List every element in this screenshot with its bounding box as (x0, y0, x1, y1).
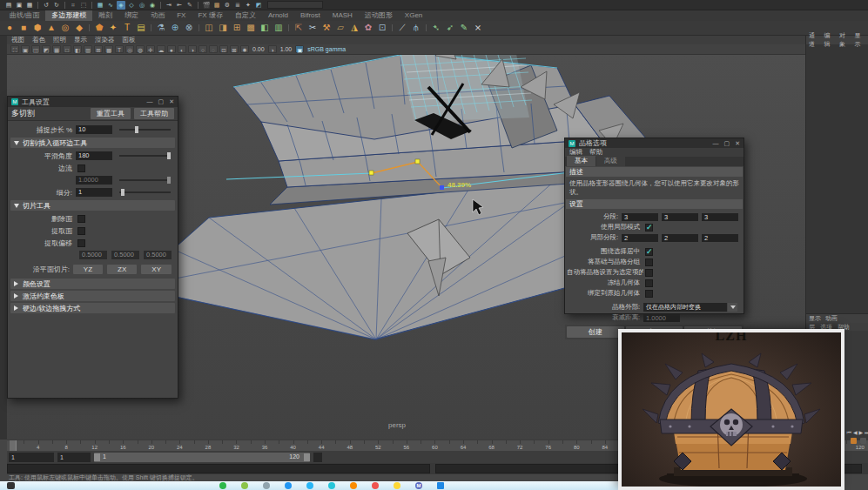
subdivisions-slider[interactable] (119, 188, 171, 197)
boolean-intersect-icon[interactable]: ⊗ (183, 22, 195, 34)
viewport-toolbar-icon-19[interactable]: ◌ (209, 45, 218, 53)
bridge-icon[interactable]: ▥ (273, 22, 285, 34)
local-divisions-field[interactable]: 2 (702, 234, 738, 242)
exposure-value[interactable]: 0.00 (252, 46, 265, 52)
local-divisions-field[interactable]: 2 (662, 234, 698, 242)
shelf-tab-绑定[interactable]: 绑定 (118, 10, 145, 21)
snap-step-slider[interactable] (119, 125, 171, 134)
sculpt-star-icon[interactable]: ✦ (107, 22, 119, 34)
smooth-angle-slider[interactable] (119, 151, 171, 160)
viewport-toolbar-icon-17[interactable]: ◑ (188, 45, 197, 53)
taskbar-app-skyblue-icon[interactable] (306, 482, 313, 489)
new-scene-icon[interactable]: ▤ (4, 1, 13, 10)
slice-plane-zx-button[interactable]: ZX (107, 265, 137, 274)
separate-icon[interactable]: ◨ (217, 22, 229, 34)
save-scene-icon[interactable]: ▦ (25, 1, 34, 10)
sculpt-brush-icon[interactable]: ✿ (362, 22, 374, 34)
hypershade-icon[interactable]: ◩ (254, 1, 263, 10)
edge-flow-checkbox[interactable] (77, 164, 85, 172)
boolean-union-icon[interactable]: ⚗ (155, 22, 167, 34)
poly-sphere-icon[interactable]: ● (3, 22, 16, 34)
crease-icon[interactable]: ⟋ (396, 22, 408, 34)
taskbar-app-blue-icon[interactable] (285, 482, 292, 489)
viewport-toolbar-icon-9[interactable]: ▩ (104, 45, 113, 53)
taskbar-app-m-icon[interactable]: M (415, 482, 422, 489)
falloff-field[interactable]: 1.0000 (643, 314, 680, 322)
minimize-icon[interactable]: — (147, 98, 153, 105)
lattice-option-checkbox[interactable] (645, 279, 653, 287)
taskbar-start-icon[interactable] (7, 482, 15, 489)
viewport-toolbar-icon-15[interactable]: ● (167, 45, 176, 53)
slice-option-checkbox[interactable] (77, 239, 85, 247)
viewport-toolbar-icon-16[interactable]: ◐ (178, 45, 186, 53)
pencil-icon[interactable]: ✎ (458, 22, 470, 34)
viewport-toolbar-icon-4[interactable]: ▦ (52, 45, 61, 53)
divisions-field[interactable]: 3 (702, 213, 738, 221)
viewport-toolbar-icon-7[interactable]: ▥ (84, 45, 92, 53)
viewport-toolbar-icon-3[interactable]: ◩ (42, 45, 50, 53)
divisions-field[interactable]: 3 (662, 213, 698, 221)
slice-plane-xy-button[interactable]: XY (141, 265, 172, 274)
snap-view-icon[interactable]: ◎ (138, 1, 146, 10)
dropdown-arrow-icon[interactable] (728, 303, 737, 312)
panel-menu-显示[interactable]: 显示 (74, 36, 87, 44)
description-header[interactable]: 描述 (566, 167, 743, 177)
shelf-tab-FX 缓存[interactable]: FX 缓存 (192, 10, 228, 21)
slice-plane-yz-button[interactable]: YZ (73, 265, 103, 274)
taskbar-app-square-blue-icon[interactable] (437, 482, 444, 489)
render-icon[interactable]: 🎬 (202, 1, 211, 10)
edge-flow-slider[interactable] (119, 176, 171, 185)
local-mode-checkbox[interactable] (645, 224, 653, 232)
edge-flow-value-field[interactable]: 1.0000 (76, 176, 112, 185)
collapsed-section-激活约束色板[interactable]: 激活约束色板 (10, 291, 175, 301)
shelf-tab-运动图形[interactable]: 运动图形 (359, 10, 399, 21)
taskbar-app-leaf-icon[interactable] (241, 482, 248, 489)
poly-cylinder-icon[interactable]: ⬢ (31, 22, 44, 34)
viewport-toolbar-icon-2[interactable]: ◫ (31, 45, 40, 53)
smooth-icon[interactable]: ▩ (245, 22, 257, 34)
poly-torus-icon[interactable]: ◎ (59, 22, 71, 34)
lattice-titlebar[interactable]: M 晶格选项 — ▢ ✕ (565, 138, 744, 148)
render-settings-icon[interactable]: ⚙ (223, 1, 232, 10)
collapsed-section-硬边/软边拖拽方式[interactable]: 硬边/软边拖拽方式 (10, 303, 175, 313)
taskbar-app-yellow-icon[interactable] (394, 482, 400, 489)
panel-menu-面板[interactable]: 面板 (123, 36, 136, 44)
reset-tool-button[interactable]: 重置工具 (91, 108, 131, 119)
taskbar-app-teal-icon[interactable] (328, 482, 335, 489)
character-set-dropdown[interactable] (267, 1, 323, 9)
bevel-icon[interactable]: ◧ (259, 22, 271, 34)
input-connections-icon[interactable]: ⇥ (165, 1, 173, 10)
extract-offset-field[interactable]: 0.5000 (111, 251, 139, 259)
divisions-field[interactable]: 3 (622, 213, 658, 221)
taskbar-app-orange-icon[interactable] (350, 482, 357, 489)
slice-option-checkbox[interactable] (77, 215, 85, 223)
open-scene-icon[interactable]: ▣ (15, 1, 24, 10)
knife-icon[interactable]: ⨯ (472, 22, 484, 34)
anim-start-field[interactable]: 1 (9, 453, 54, 462)
ipr-render-icon[interactable]: ▩ (212, 1, 221, 10)
undo-icon[interactable]: ↺ (42, 1, 50, 10)
snap-curve-icon[interactable]: ∿ (106, 1, 115, 10)
make-live-icon[interactable]: ◉ (148, 1, 157, 10)
viewport-toolbar-icon-12[interactable]: ◍ (136, 45, 145, 53)
command-line-input[interactable] (7, 464, 430, 473)
poly-cube-icon[interactable]: ■ (17, 22, 30, 34)
extract-offset-field[interactable]: 0.5000 (79, 251, 107, 259)
panel-menu-视图[interactable]: 视图 (11, 36, 24, 44)
snap-point-icon[interactable]: ◈ (117, 1, 125, 10)
section-slice-tool[interactable]: 切片工具 (10, 200, 175, 211)
smooth-angle-field[interactable]: 180 (76, 151, 112, 160)
playback-▶-button[interactable]: ▶ (859, 430, 864, 436)
close-icon[interactable]: ✕ (735, 140, 740, 147)
colorspace-label[interactable]: sRGB gamma (307, 46, 346, 52)
viewport-toolbar-icon-10[interactable]: T (115, 45, 124, 53)
tool-settings-titlebar[interactable]: M 工具设置 — ▢ ✕ (8, 97, 178, 107)
outside-lattice-dropdown[interactable]: 仅在晶格内部时变换 (643, 303, 727, 312)
channel-box-menu-对象[interactable]: 对象 (839, 31, 851, 49)
viewport-toolbar-icon-0[interactable]: ⛶ (10, 45, 19, 53)
poly-text-icon[interactable]: T (121, 22, 133, 34)
playback-⏮-button[interactable]: ⏮ (846, 430, 851, 436)
color-management-icon[interactable]: ▣ (295, 45, 304, 53)
display-layer-icon[interactable]: ≣ (233, 1, 242, 10)
extrude-icon[interactable]: ⇱ (293, 22, 305, 34)
